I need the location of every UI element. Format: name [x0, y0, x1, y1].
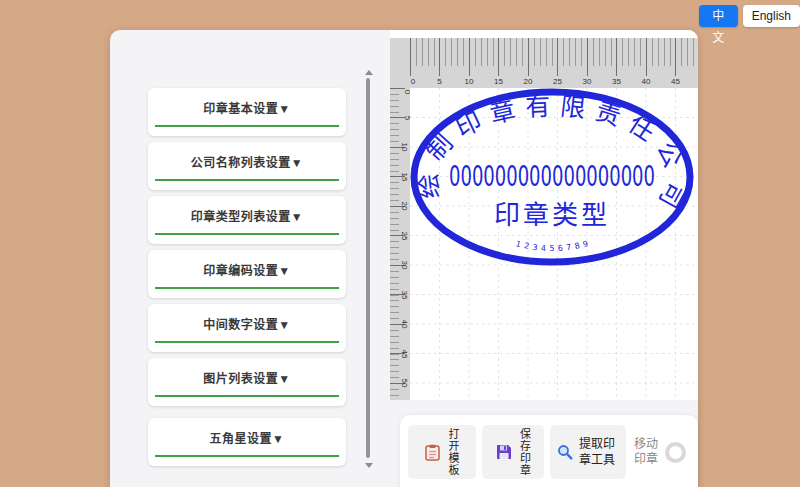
stamp-drawing[interactable]: 绘制印章有限责任公司 000000000000000000 印章类型 12345… [410, 88, 698, 400]
sidebar-item-label: 图片列表设置▼ [148, 358, 346, 386]
ruler-label: 10 [400, 143, 409, 152]
ruler-label: 25 [553, 77, 562, 86]
stamp-canvas-zone: 0 5 10 15 20 25 30 35 40 45 0 5 10 15 20… [390, 30, 698, 400]
sidebar-item-company-name-list-settings[interactable]: 公司名称列表设置▼ [148, 142, 346, 190]
stamp-code-text: 000000000000000000 [449, 159, 655, 193]
vertical-ruler: 0 5 10 15 20 25 30 35 40 45 50 [390, 88, 410, 400]
open-template-button[interactable]: 打开模板 [408, 425, 476, 479]
ruler-label: 20 [400, 202, 409, 211]
chinese-language-button[interactable]: 中文 [699, 5, 738, 27]
sidebar-item-stamp-basic-settings[interactable]: 印章基本设置▼ [148, 88, 346, 136]
sidebar-item-stamp-code-settings[interactable]: 印章编码设置▼ [148, 250, 346, 298]
ruler-label: 10 [465, 77, 474, 86]
ruler-label: 45 [671, 77, 680, 86]
main-panel: 印章基本设置▼ 公司名称列表设置▼ 印章类型列表设置▼ 印章编码设置▼ 中间数字… [110, 30, 698, 487]
save-stamp-button[interactable]: 保存印章 [482, 425, 544, 479]
move-stamp-toggle[interactable] [665, 442, 686, 463]
green-underline [155, 395, 339, 397]
stamp-type-text: 印章类型 [494, 200, 610, 230]
bottom-toolbar: 打开模板 保存印章 提取印章工具 移动印章 [400, 415, 698, 487]
sidebar-item-label: 五角星设置▼ [148, 418, 346, 446]
green-underline [155, 341, 339, 343]
sidebar-item-label: 印章类型列表设置▼ [148, 196, 346, 224]
floppy-icon [496, 444, 512, 460]
sidebar-item-label: 公司名称列表设置▼ [148, 142, 346, 170]
ruler-label: 35 [612, 77, 621, 86]
ruler-label: 30 [400, 261, 409, 270]
stamp-canvas[interactable]: 绘制印章有限责任公司 000000000000000000 印章类型 12345… [410, 88, 698, 400]
language-switcher: 中文 English [699, 5, 800, 27]
scroll-down-icon[interactable] [365, 463, 373, 468]
ruler-label: 30 [583, 77, 592, 86]
sidebar-item-stamp-type-list-settings[interactable]: 印章类型列表设置▼ [148, 196, 346, 244]
magnifier-icon [557, 444, 573, 460]
sidebar-item-label: 印章编码设置▼ [148, 250, 346, 278]
ruler-label: 5 [437, 77, 441, 86]
stamp-seal[interactable]: 绘制印章有限责任公司 000000000000000000 印章类型 12345… [410, 88, 692, 262]
sidebar-item-middle-number-settings[interactable]: 中间数字设置▼ [148, 304, 346, 352]
ruler-label: 0 [411, 77, 415, 86]
ruler-label: 40 [642, 77, 651, 86]
extract-stamp-tool-button[interactable]: 提取印章工具 [550, 425, 626, 479]
english-language-button[interactable]: English [743, 5, 800, 27]
scrollbar-thumb[interactable] [366, 78, 370, 458]
ruler-label: 50 [400, 379, 409, 388]
sidebar-item-image-list-settings[interactable]: 图片列表设置▼ [148, 358, 346, 406]
open-template-label: 打开模板 [446, 426, 459, 478]
ruler-label: 25 [400, 231, 409, 240]
sidebar-scrollbar[interactable] [363, 70, 373, 468]
clipboard-icon [425, 444, 440, 461]
ruler-label: 45 [400, 349, 409, 358]
sidebar-item-five-pointed-star-settings[interactable]: 五角星设置▼ [148, 418, 346, 466]
save-stamp-label: 保存印章 [518, 426, 531, 478]
ruler-label: 40 [400, 320, 409, 329]
green-underline [155, 287, 339, 289]
green-underline [155, 125, 339, 127]
ruler-label: 35 [400, 290, 409, 299]
move-stamp-control: 移动印章 [634, 425, 686, 467]
move-stamp-label: 移动印章 [634, 437, 660, 467]
extract-stamp-tool-label: 提取印章工具 [579, 436, 619, 468]
ruler-label: 15 [494, 77, 503, 86]
ruler-label: 15 [400, 172, 409, 181]
ruler-corner [390, 38, 410, 88]
sidebar-item-label: 印章基本设置▼ [148, 88, 346, 116]
horizontal-ruler: 0 5 10 15 20 25 30 35 40 45 [410, 38, 698, 88]
ruler-label: 20 [524, 77, 533, 86]
green-underline [155, 455, 339, 457]
sidebar-item-label: 中间数字设置▼ [148, 304, 346, 332]
green-underline [155, 179, 339, 181]
scroll-up-icon[interactable] [365, 70, 373, 75]
green-underline [155, 233, 339, 235]
ruler-major-ticks [410, 38, 698, 76]
